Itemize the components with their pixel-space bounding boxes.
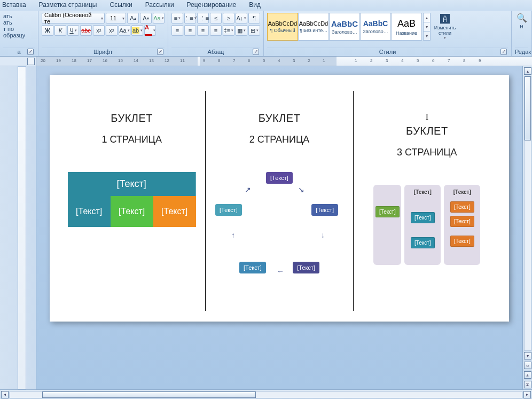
underline-button[interactable]: Ч	[67, 25, 79, 36]
scrollbar-vertical[interactable]: ▴ ▾ ○ ± ∓	[522, 66, 532, 389]
borders-button[interactable]: ⊞	[248, 25, 260, 36]
menu-view[interactable]: Вид	[249, 1, 261, 9]
shading-button[interactable]: ▦	[236, 25, 247, 36]
smartart-list-header[interactable]: [Текст]	[68, 172, 196, 196]
menu-references[interactable]: Ссылки	[109, 1, 132, 9]
strikethrough-button[interactable]: abc	[80, 25, 92, 36]
smartart-list-cell-2[interactable]: [Текст]	[111, 196, 153, 227]
scroll-up-icon[interactable]: ▴	[524, 67, 531, 75]
group-font: Calibri (Основной те 11 A▴ A▾ Aa Ж К Ч a…	[38, 11, 168, 56]
smartart-list[interactable]: [Текст] [Текст] [Текст] [Текст]	[68, 172, 196, 227]
cycle-node-4[interactable]: [Текст]	[239, 262, 266, 273]
styles-gallery: AaBbCcDd¶ ОбычныйAaBbCcDd¶ Без инте…AaBb…	[267, 13, 422, 41]
panel3-subtitle: 3 СТРАНИЦА	[397, 147, 457, 158]
cycle-node-5[interactable]: [Текст]	[215, 204, 242, 216]
font-color-button[interactable]: A	[144, 25, 156, 36]
scrollbar-horizontal[interactable]: ◂ ▸	[0, 389, 532, 399]
hier-leaf-1[interactable]: [Текст]	[450, 201, 474, 213]
scroll-down-icon[interactable]: ▾	[524, 352, 531, 359]
scroll-thumb-v[interactable]	[525, 76, 531, 140]
smartart-hierarchy[interactable]: [Текст] [Текст] [Текст] [Текст] [Текст] …	[373, 185, 480, 265]
hier-mid-2[interactable]: [Текст]	[411, 237, 435, 248]
smartart-list-cell-3[interactable]: [Текст]	[153, 196, 196, 227]
decrease-indent-button[interactable]: ≤	[210, 13, 222, 24]
justify-button[interactable]: ≡	[210, 25, 222, 36]
font-family-combo[interactable]: Calibri (Основной те	[42, 13, 105, 24]
clipboard-launcher-icon[interactable]: ⤢	[27, 49, 34, 55]
shrink-font-button[interactable]: A▾	[140, 13, 152, 24]
cycle-node-2[interactable]: [Текст]	[311, 204, 338, 216]
brochure-panel-1: БУКЛЕТ 1 СТРАНИЦА [Текст] [Текст] [Текст…	[58, 96, 205, 290]
ruler-horizontal-wrap: 20191817161514131211987654321123456789	[0, 57, 532, 66]
smartart-list-cell-1[interactable]: [Текст]	[68, 196, 111, 227]
styles-launcher-icon[interactable]: ⤢	[500, 49, 507, 55]
bullets-button[interactable]: ≡	[171, 13, 183, 24]
style-item-0[interactable]: AaBbCcDd¶ Обычный	[267, 13, 298, 41]
scroll-left-icon[interactable]: ◂	[1, 391, 9, 398]
subscript-button[interactable]: x2	[93, 25, 105, 36]
multilevel-button[interactable]: ⋮⋮≡	[197, 13, 209, 24]
bold-button[interactable]: Ж	[42, 25, 53, 36]
format-painter[interactable]: т по образцу	[3, 26, 35, 38]
group-label-font: Шрифт⤢	[42, 48, 165, 56]
italic-button[interactable]: К	[54, 25, 66, 36]
font-size-combo[interactable]: 11	[106, 13, 126, 24]
menu-review[interactable]: Рецензирование	[187, 1, 237, 9]
style-item-2[interactable]: AaBbCЗаголово…	[329, 13, 360, 41]
menu-insert[interactable]: Вставка	[2, 1, 26, 9]
align-left-button[interactable]: ≡	[171, 25, 183, 36]
workspace: БУКЛЕТ 1 СТРАНИЦА [Текст] [Текст] [Текст…	[0, 66, 532, 389]
gallery-up-icon[interactable]: ▴	[424, 13, 430, 22]
scroll-track-h[interactable]	[10, 391, 522, 398]
gallery-expand-icon[interactable]: ▾	[424, 32, 430, 40]
hier-col-2: [Текст] [Текст] [Текст]	[404, 185, 441, 265]
document-viewport[interactable]: БУКЛЕТ 1 СТРАНИЦА [Текст] [Текст] [Текст…	[36, 66, 522, 389]
menu-page-layout[interactable]: Разметка страницы	[39, 1, 97, 9]
hier-leaf-3[interactable]: [Текст]	[450, 236, 474, 247]
increase-indent-button[interactable]: ≥	[223, 13, 234, 24]
find-icon[interactable]: 🔍	[517, 13, 527, 23]
line-spacing-button[interactable]: ‡≡	[223, 25, 234, 36]
superscript-button[interactable]: x2	[106, 25, 118, 36]
style-item-3[interactable]: AaBbCЗаголово…	[360, 13, 391, 41]
change-case-button[interactable]: Aa	[119, 25, 130, 36]
hier-col3-header: [Текст]	[453, 189, 471, 195]
show-marks-button[interactable]: ¶	[248, 13, 260, 24]
ruler-horizontal[interactable]: 20191817161514131211987654321123456789	[36, 57, 532, 66]
tab-selector[interactable]	[27, 58, 35, 65]
smartart-cycle[interactable]: [Текст] [Текст] [Текст] [Текст] [Текст] …	[215, 172, 343, 279]
hier-root[interactable]: [Текст]	[375, 206, 400, 217]
style-item-4[interactable]: АаВНазвание	[391, 13, 422, 41]
scroll-track-v[interactable]	[524, 76, 531, 351]
next-page-icon[interactable]: ∓	[524, 381, 531, 388]
styles-gallery-more[interactable]: ▴ ▾ ▾	[423, 13, 431, 41]
style-item-1[interactable]: AaBbCcDd¶ Без инте…	[298, 13, 329, 41]
sort-button[interactable]: A↓	[236, 13, 247, 24]
scroll-right-icon[interactable]: ▸	[523, 391, 531, 398]
hier-leaf-2[interactable]: [Текст]	[450, 216, 474, 227]
prev-page-icon[interactable]: ±	[524, 371, 531, 379]
font-launcher-icon[interactable]: ⤢	[157, 49, 163, 55]
clear-formatting-button[interactable]: Aa	[153, 13, 165, 24]
menu-bar: Вставка Разметка страницы Ссылки Рассылк…	[0, 0, 532, 11]
highlight-button[interactable]: ab	[131, 25, 143, 36]
copy-fragment[interactable]: ать	[3, 19, 12, 26]
browse-object-icon[interactable]: ○	[524, 362, 531, 369]
group-label-paragraph: Абзац⤢	[171, 48, 260, 56]
paragraph-launcher-icon[interactable]: ⤢	[253, 49, 259, 55]
hier-mid-1[interactable]: [Текст]	[411, 212, 435, 223]
group-label-editing: Редакт	[515, 48, 528, 56]
gallery-down-icon[interactable]: ▾	[424, 22, 430, 32]
group-paragraph: ≡ ⋮≡ ⋮⋮≡ ≤ ≥ A↓ ¶ ≡ ≡ ≡ ≡ ‡≡ ▦ ⊞ Абзац⤢	[168, 11, 264, 56]
cycle-node-3[interactable]: [Текст]	[293, 262, 319, 273]
change-styles-button[interactable]: 🅰 Изменить стили ▾	[432, 13, 458, 41]
ruler-vertical[interactable]	[0, 66, 36, 389]
scroll-thumb-h[interactable]	[42, 392, 256, 398]
grow-font-button[interactable]: A▴	[127, 13, 139, 24]
cycle-node-1[interactable]: [Текст]	[266, 172, 293, 184]
cycle-arrow-icon: ↗	[245, 185, 251, 194]
align-right-button[interactable]: ≡	[197, 25, 209, 36]
menu-mailings[interactable]: Рассылки	[145, 1, 174, 9]
align-center-button[interactable]: ≡	[184, 25, 196, 36]
cut-fragment[interactable]: ать	[3, 13, 12, 19]
